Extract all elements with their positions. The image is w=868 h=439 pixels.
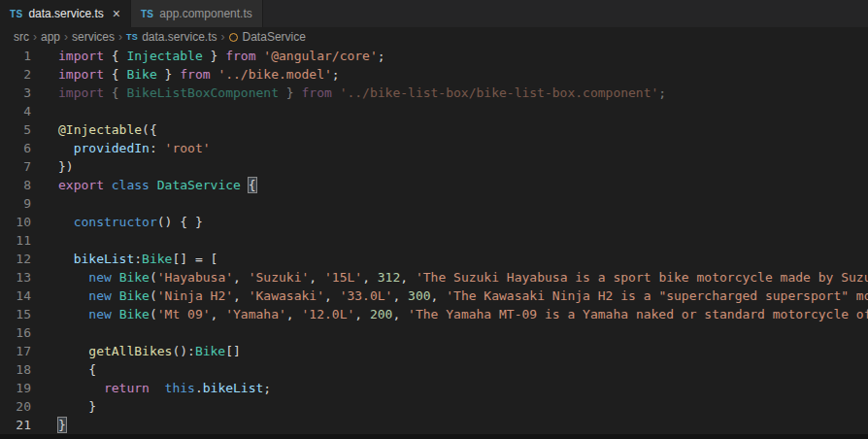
code-token: from xyxy=(180,67,210,82)
code-token: } xyxy=(279,85,301,100)
code-line: 2import { Bike } from '../bike.model'; xyxy=(0,65,868,84)
code-token xyxy=(112,270,119,285)
code-token: from xyxy=(225,49,255,63)
tab-label: data.service.ts xyxy=(28,7,103,20)
line-number[interactable]: 12 xyxy=(0,250,31,268)
code-token: ( xyxy=(150,307,157,321)
code-token: '@angular/core' xyxy=(263,49,377,63)
line-number[interactable]: 20 xyxy=(0,397,31,416)
code-line-content: @Injectable({ xyxy=(31,120,157,139)
line-number[interactable]: 17 xyxy=(0,342,31,360)
line-number[interactable]: 6 xyxy=(0,139,31,157)
tab-app-component-ts[interactable]: TS app.component.ts xyxy=(131,0,263,27)
code-token: 'Ninja H2' xyxy=(157,288,233,303)
code-token: , xyxy=(233,288,249,303)
breadcrumb-item-services[interactable]: services xyxy=(72,30,115,44)
line-number[interactable]: 10 xyxy=(0,213,31,231)
code-token: , xyxy=(211,307,226,321)
line-number[interactable]: 16 xyxy=(0,323,31,342)
code-token: 'Suzuki' xyxy=(249,270,310,285)
class-symbol-icon xyxy=(229,33,238,42)
code-line: 20 } xyxy=(0,397,868,416)
breadcrumb-item-src[interactable]: src xyxy=(14,30,29,44)
code-token: ( xyxy=(150,288,157,303)
code-line: 12 bikeList:Bike[] = [ xyxy=(0,250,868,268)
code-token: 'Mt 09' xyxy=(157,307,211,321)
code-line: 8export class DataService { xyxy=(0,176,868,194)
code-token: Bike xyxy=(119,288,150,303)
code-token xyxy=(112,288,119,303)
code-token xyxy=(58,141,74,155)
code-token: { xyxy=(58,362,96,377)
line-number[interactable]: 3 xyxy=(0,84,31,102)
code-token xyxy=(58,307,88,321)
code-token: { xyxy=(104,85,126,100)
code-token: this xyxy=(165,381,195,395)
code-token: 200 xyxy=(370,307,392,321)
code-token xyxy=(241,178,249,192)
code-editor[interactable]: 1import { Injectable } from '@angular/co… xyxy=(0,47,868,434)
code-token: getAllBikes xyxy=(88,344,172,358)
line-number[interactable]: 14 xyxy=(0,287,31,305)
code-line: 10 constructor() { } xyxy=(0,213,868,231)
code-token: { xyxy=(104,67,126,82)
tab-data-service-ts[interactable]: TS data.service.ts × xyxy=(0,0,131,27)
code-line: 7}) xyxy=(0,157,868,176)
line-number[interactable]: 8 xyxy=(0,176,31,194)
code-token: } xyxy=(58,418,66,432)
line-number[interactable]: 1 xyxy=(0,47,31,65)
code-line-content: }) xyxy=(31,157,74,176)
code-line-content: providedIn: 'root' xyxy=(31,139,211,157)
code-token: , xyxy=(233,270,249,285)
line-number[interactable]: 4 xyxy=(0,102,31,120)
code-line-content: getAllBikes():Bike[] xyxy=(31,342,241,360)
code-token: 'Hayabusa' xyxy=(157,270,233,285)
code-line: 3import { BikeListBoxComponent } from '.… xyxy=(0,84,868,102)
line-number[interactable]: 19 xyxy=(0,379,31,397)
code-line-content: return this.bikeList; xyxy=(31,379,271,397)
code-token: } xyxy=(203,49,225,63)
code-line: 18 { xyxy=(0,360,868,379)
code-token: { xyxy=(249,178,256,192)
code-line: 14 new Bike('Ninja H2', 'Kawasaki', '33.… xyxy=(0,287,868,305)
code-token: : xyxy=(134,252,142,266)
line-number[interactable]: 5 xyxy=(0,120,31,139)
line-number[interactable]: 15 xyxy=(0,305,31,323)
line-number[interactable]: 7 xyxy=(0,157,31,176)
code-token: import xyxy=(58,85,104,100)
code-line-content: import { Injectable } from '@angular/cor… xyxy=(31,47,385,65)
line-number[interactable]: 9 xyxy=(0,194,31,213)
line-number[interactable]: 2 xyxy=(0,65,31,84)
code-line-content: constructor() { } xyxy=(31,213,203,231)
line-number[interactable]: 18 xyxy=(0,360,31,379)
code-line-content: new Bike('Hayabusa', 'Suzuki', '15L', 31… xyxy=(31,268,868,287)
line-number[interactable]: 13 xyxy=(0,268,31,287)
code-line-content xyxy=(31,231,58,250)
code-line: 11 xyxy=(0,231,868,250)
code-line: 19 return this.bikeList; xyxy=(0,379,868,397)
line-number[interactable]: 21 xyxy=(0,416,31,434)
code-line: 17 getAllBikes():Bike[] xyxy=(0,342,868,360)
chevron-right-icon: › xyxy=(33,30,37,44)
close-icon[interactable]: × xyxy=(113,7,120,20)
code-token: . xyxy=(195,381,203,395)
breadcrumb: src › app › services › TS data.service.t… xyxy=(0,27,868,47)
code-token: constructor xyxy=(74,215,157,229)
breadcrumb-item-app[interactable]: app xyxy=(41,30,60,44)
code-lines: 1import { Injectable } from '@angular/co… xyxy=(0,47,868,434)
breadcrumb-item-symbol[interactable]: DataService xyxy=(229,30,306,44)
code-line-content: { xyxy=(31,360,96,379)
code-token: Bike xyxy=(142,252,172,266)
breadcrumb-item-file[interactable]: TS data.service.ts xyxy=(126,30,217,44)
code-line-content: import { Bike } from '../bike.model'; xyxy=(31,65,340,84)
code-token: import xyxy=(58,49,104,63)
code-token: import xyxy=(58,67,104,82)
code-token: ({ xyxy=(142,122,157,137)
code-token: { xyxy=(104,49,126,63)
chevron-right-icon: › xyxy=(221,30,225,44)
line-number[interactable]: 11 xyxy=(0,231,31,250)
code-line: 16 xyxy=(0,323,868,342)
code-token xyxy=(332,85,340,100)
code-line-content xyxy=(31,323,58,342)
code-token: Bike xyxy=(119,307,150,321)
